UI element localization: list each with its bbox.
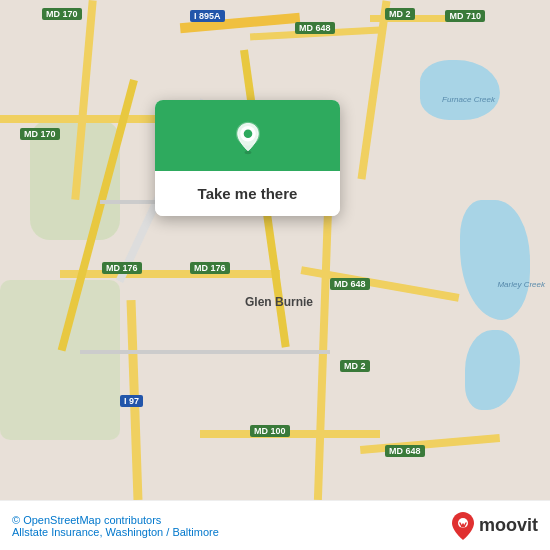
- map-container: MD 170 MD 170 I 895A MD 648 MD 2 MD 710 …: [0, 0, 550, 500]
- label-md176-right: MD 176: [190, 262, 230, 274]
- attribution-link[interactable]: OpenStreetMap contributors: [23, 514, 161, 526]
- place-label-glen-burnie: Glen Burnie: [245, 295, 313, 309]
- label-md710: MD 710: [445, 10, 485, 22]
- app-description: Allstate Insurance, Washington / Baltimo…: [12, 526, 219, 538]
- attribution-prefix: ©: [12, 514, 20, 526]
- label-md648-top: MD 648: [295, 22, 335, 34]
- footer-left: © OpenStreetMap contributors Allstate In…: [12, 514, 219, 538]
- popup-card: Take me there: [155, 100, 340, 216]
- label-md100: MD 100: [250, 425, 290, 437]
- road-md170-horizontal: [0, 115, 160, 123]
- footer-right: moovit: [449, 510, 538, 542]
- take-me-there-button[interactable]: Take me there: [155, 171, 340, 216]
- label-md170-top: MD 170: [42, 8, 82, 20]
- footer: © OpenStreetMap contributors Allstate In…: [0, 500, 550, 550]
- svg-point-3: [243, 129, 252, 138]
- label-marley-creek: Marley Creek: [497, 280, 545, 289]
- label-i97: I 97: [120, 395, 143, 407]
- label-i895a: I 895A: [190, 10, 225, 22]
- label-md2-top: MD 2: [385, 8, 415, 20]
- label-md170-left: MD 170: [20, 128, 60, 140]
- popup-header: [155, 100, 340, 171]
- road-local-2: [80, 350, 330, 354]
- label-md648-right: MD 648: [330, 278, 370, 290]
- moovit-brand-label: moovit: [479, 515, 538, 536]
- moovit-pin-icon: [449, 510, 477, 542]
- road-md176: [60, 270, 280, 278]
- location-pin-icon: [230, 120, 266, 156]
- label-md176-left: MD 176: [102, 262, 142, 274]
- road-md100: [200, 430, 380, 438]
- green-area-bottom-left: [0, 280, 120, 440]
- label-furnace-creek: Furnace Creek: [442, 95, 495, 104]
- label-md648-br: MD 648: [385, 445, 425, 457]
- label-md2-mid: MD 2: [340, 360, 370, 372]
